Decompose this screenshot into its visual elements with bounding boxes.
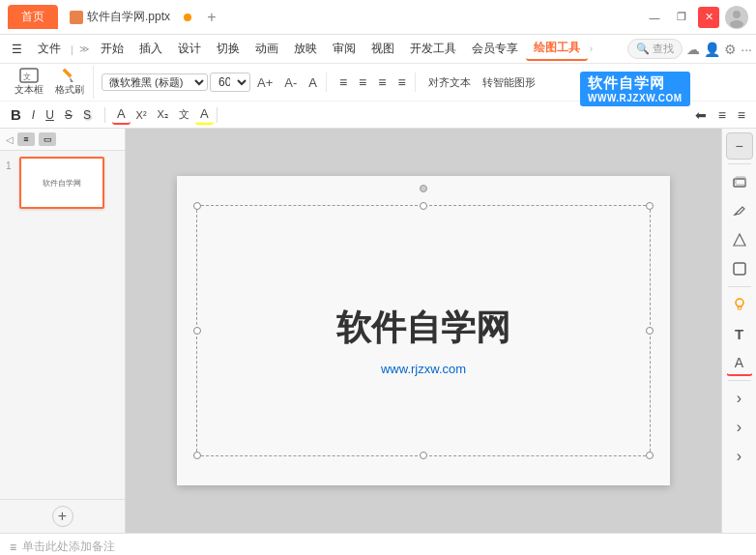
rt-shape-button[interactable]	[726, 226, 753, 253]
rt-text-t-button[interactable]: T	[726, 320, 753, 347]
italic-button[interactable]: I	[27, 106, 40, 124]
menu-transition[interactable]: 切换	[209, 38, 247, 60]
menu-separator-arrows: |	[69, 44, 75, 55]
menu-hamburger[interactable]: ☰	[4, 40, 30, 59]
list-number-button[interactable]: ≡	[354, 73, 371, 92]
notes-placeholder[interactable]: 单击此处添加备注	[22, 539, 115, 555]
slide-item[interactable]: 1 软件自学网	[6, 157, 119, 209]
search-box[interactable]: 🔍 查找	[627, 39, 683, 59]
add-tab-button[interactable]: +	[201, 7, 222, 28]
handle-middle-left[interactable]	[193, 327, 201, 335]
file-name: 软件自学网.pptx	[87, 9, 170, 25]
home-tab[interactable]: 首页	[8, 5, 58, 29]
rt-lightbulb-button[interactable]	[726, 291, 753, 318]
strikethrough-button[interactable]: S	[60, 106, 77, 124]
superscript-button[interactable]: X²	[131, 107, 152, 123]
add-slide-button[interactable]: +	[52, 506, 73, 527]
underline-button[interactable]: U	[41, 106, 59, 124]
notes-area[interactable]: ≡ 单击此处添加备注	[0, 533, 756, 555]
cloud-icon[interactable]: ☁	[686, 42, 700, 57]
canvas-area[interactable]: 软件自学网 www.rjzxw.com	[126, 129, 721, 533]
window-minimize-button[interactable]: —	[644, 7, 665, 28]
rt-frame-button[interactable]	[726, 255, 753, 282]
align-section: ⬅ ≡ ≡	[690, 105, 750, 125]
slide-thumbnail[interactable]: 软件自学网	[19, 157, 104, 209]
svg-marker-6	[734, 234, 745, 246]
panel-outline-view[interactable]: ≡	[17, 132, 35, 146]
clear-format-button[interactable]: A	[304, 73, 322, 92]
rt-pen-button[interactable]	[726, 197, 753, 224]
align-left-button[interactable]: ⬅	[690, 105, 712, 125]
menu-home[interactable]: 开始	[93, 38, 131, 60]
list-increase-button[interactable]: ≡	[373, 73, 391, 92]
slide-subtitle[interactable]: www.rjzxw.com	[381, 362, 466, 376]
window-restore-button[interactable]: ❐	[671, 7, 692, 28]
window-close-button[interactable]: ✕	[698, 7, 719, 28]
file-tab[interactable]: 软件自学网.pptx	[62, 5, 178, 29]
rt-separator-3	[728, 380, 751, 381]
menu-file[interactable]: 文件	[30, 38, 69, 60]
svg-point-1	[730, 20, 743, 28]
handle-bottom-middle[interactable]	[420, 452, 427, 459]
rt-text-style-button[interactable]: A	[726, 349, 753, 376]
search-placeholder: 查找	[653, 42, 674, 56]
rt-right1-button[interactable]: ›	[726, 385, 753, 412]
menu-slideshow[interactable]: 放映	[286, 38, 325, 60]
align-right-button[interactable]: ≡	[733, 105, 750, 125]
menu-design[interactable]: 设计	[170, 38, 209, 60]
subscript-button[interactable]: X₂	[153, 106, 173, 123]
user-icon[interactable]: 👤	[704, 42, 720, 57]
menu-review[interactable]: 审阅	[325, 38, 363, 60]
handle-top-right[interactable]	[646, 202, 654, 210]
bold-button[interactable]: B	[6, 104, 26, 125]
rt-layers-button[interactable]	[726, 168, 753, 195]
format-brush-button[interactable]: 格式刷	[50, 66, 89, 99]
menu-draw-tools[interactable]: 绘图工具	[526, 37, 588, 61]
more-effects-button[interactable]: 文	[174, 105, 194, 124]
text-shadow-button[interactable]: S	[78, 106, 96, 124]
rt-right2-button[interactable]: ›	[726, 414, 753, 441]
settings-icon[interactable]: ⚙	[724, 42, 737, 57]
handle-top-middle[interactable]	[420, 202, 427, 210]
menu-animation[interactable]: 动画	[247, 38, 286, 60]
rt-right3-button[interactable]: ›	[726, 443, 753, 470]
toolbar-area: 文 文本框 格式刷 微软雅黑 (标题) 60 A+ A- A ≡ ≡ ≡ ≡	[0, 64, 756, 129]
slide-number: 1	[6, 161, 15, 171]
avatar[interactable]	[725, 6, 748, 29]
handle-top-left[interactable]	[193, 202, 201, 210]
font-shrink-button[interactable]: A-	[279, 73, 302, 92]
menu-insert[interactable]: 插入	[131, 38, 170, 60]
menu-vip[interactable]: 会员专享	[464, 38, 526, 60]
align-text-button[interactable]: 对齐文本	[423, 73, 476, 92]
text-tools-section: 文 文本框 格式刷	[6, 66, 94, 99]
menu-view[interactable]: 视图	[363, 38, 402, 60]
svg-rect-5	[736, 177, 745, 185]
handle-bottom-right[interactable]	[646, 452, 654, 459]
panel-collapse-button[interactable]: ◁	[6, 134, 14, 145]
menu-developer[interactable]: 开发工具	[402, 38, 464, 60]
svg-point-0	[733, 11, 741, 18]
panel-header: ◁ ≡ ▭	[0, 129, 125, 151]
text-frame-button[interactable]: 文 文本框	[10, 66, 48, 99]
handle-middle-right[interactable]	[646, 327, 654, 335]
align-center-button[interactable]: ≡	[713, 105, 731, 125]
font-color-button[interactable]: A	[112, 104, 131, 125]
svg-rect-7	[734, 263, 745, 275]
font-size-select[interactable]: 60	[210, 73, 250, 92]
menu-expand-arrow[interactable]: ≫	[75, 44, 93, 54]
menu-more-dots[interactable]: ···	[741, 42, 752, 57]
handle-bottom-left[interactable]	[193, 452, 201, 459]
menu-more-arrow[interactable]: ›	[588, 44, 595, 54]
convert-shape-button[interactable]: 转智能图形	[478, 73, 540, 92]
rt-minus-button[interactable]: −	[726, 132, 753, 160]
text-align-section: 对齐文本 转智能图形	[420, 73, 544, 92]
right-toolbar: − T A › › ›	[721, 129, 756, 533]
panel-slide-view[interactable]: ▭	[39, 132, 56, 146]
font-family-select[interactable]: 微软雅黑 (标题)	[102, 73, 208, 91]
highlight-button[interactable]: A	[195, 104, 214, 125]
rotate-handle[interactable]	[420, 185, 427, 192]
slide-title[interactable]: 软件自学网	[336, 305, 510, 352]
list-bullet-button[interactable]: ≡	[334, 73, 352, 92]
list-decrease-button[interactable]: ≡	[393, 73, 410, 92]
font-grow-button[interactable]: A+	[252, 73, 277, 92]
